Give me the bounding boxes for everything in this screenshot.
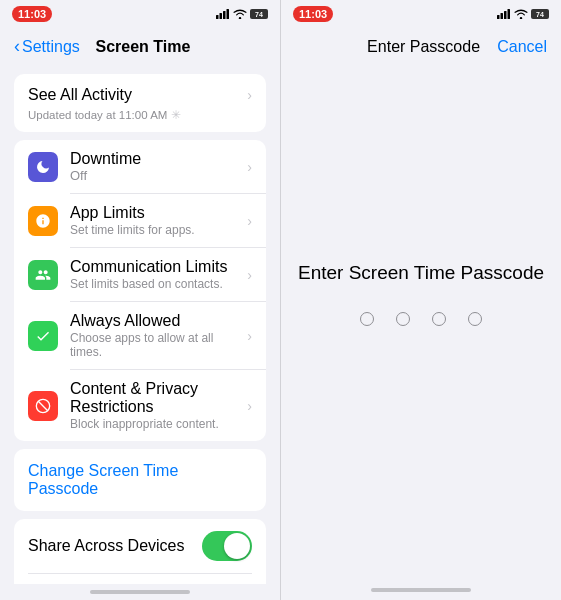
wifi-icon-right [514,9,528,19]
passcode-dot-2 [396,312,410,326]
comm-limits-label: Communication Limits [70,258,247,276]
battery-icon-left: 74 [250,9,268,19]
content-privacy-sub: Block inappropriate content. [70,417,247,431]
passcode-section: Change Screen Time Passcode [14,449,266,511]
always-allowed-icon [28,321,58,351]
passcode-body: Enter Screen Time Passcode [281,66,561,582]
downtime-right: › [247,159,252,175]
svg-rect-0 [216,15,219,19]
svg-rect-2 [223,11,226,19]
chevron-right-contentprivacy-icon: › [247,398,252,414]
signal-icon-left [216,9,230,19]
right-panel: 11:03 74 Enter Passcode Cancel Enter Scr [280,0,561,600]
page-title-right: Enter Passcode [367,38,480,56]
content-privacy-label: Content & Privacy Restrictions [70,380,247,416]
always-allowed-label: Always Allowed [70,312,247,330]
svg-rect-3 [227,9,230,19]
svg-rect-5 [497,15,500,19]
downtime-content: Downtime Off [70,150,247,183]
svg-rect-6 [501,13,504,19]
passcode-dot-3 [432,312,446,326]
see-all-activity-label: See All Activity [28,86,132,104]
cancel-button[interactable]: Cancel [497,38,547,56]
passcode-dot-4 [468,312,482,326]
share-toggle[interactable] [202,531,252,561]
toggle-knob [224,533,250,559]
chevron-right-activity-icon: › [247,87,252,103]
comm-limits-content: Communication Limits Set limits based on… [70,258,247,291]
downtime-value: Off [70,168,247,183]
chevron-right-applimits-icon: › [247,213,252,229]
app-limits-row[interactable]: App Limits Set time limits for apps. › [14,194,266,247]
chevron-right-commlimits-icon: › [247,267,252,283]
home-indicator-left [90,590,190,594]
see-all-activity-row[interactable]: See All Activity › [14,74,266,108]
comm-limits-icon [28,260,58,290]
downtime-icon [28,152,58,182]
back-button[interactable]: ‹ Settings [14,37,80,57]
app-limits-icon [28,206,58,236]
nav-bar-left: ‹ Settings Screen Time [0,26,280,66]
passcode-dots [360,312,482,326]
change-passcode-button[interactable]: Change Screen Time Passcode [14,449,266,511]
signal-icon-right [497,9,511,19]
menu-items-card: Downtime Off › App Limits Set time limit… [14,140,266,441]
comm-limits-row[interactable]: Communication Limits Set limits based on… [14,248,266,301]
app-limits-sub: Set time limits for apps. [70,223,247,237]
app-limits-label: App Limits [70,204,247,222]
always-allowed-sub: Choose apps to allow at all times. [70,331,247,359]
status-bar-right: 11:03 74 [281,0,561,26]
app-limits-content: App Limits Set time limits for apps. [70,204,247,237]
battery-icon-right: 74 [531,9,549,19]
share-label: Share Across Devices [28,537,185,555]
activity-updated-text: Updated today at 11:00 AM [28,109,167,121]
status-time-right: 11:03 [293,6,333,22]
share-description: You can enable this on any device signed… [28,582,252,584]
status-time-left: 11:03 [12,6,52,22]
status-icons-left: 74 [216,9,268,19]
svg-rect-8 [508,9,511,19]
share-section: Share Across Devices You can enable this… [14,519,266,584]
downtime-row[interactable]: Downtime Off › [14,140,266,193]
always-allowed-row[interactable]: Always Allowed Choose apps to allow at a… [14,302,266,369]
page-title-left: Screen Time [95,38,190,56]
wifi-icon-left [233,9,247,19]
always-allowed-content: Always Allowed Choose apps to allow at a… [70,312,247,359]
content-privacy-icon [28,391,58,421]
scroll-area: See All Activity › Updated today at 11:0… [0,66,280,584]
content-privacy-row[interactable]: Content & Privacy Restrictions Block ina… [14,370,266,441]
chevron-left-icon: ‹ [14,36,20,57]
share-row: Share Across Devices [28,519,252,573]
home-indicator-right [371,588,471,592]
see-all-activity-card: See All Activity › Updated today at 11:0… [14,74,266,132]
passcode-dot-1 [360,312,374,326]
comm-limits-sub: Set limits based on contacts. [70,277,247,291]
downtime-label: Downtime [70,150,247,168]
left-panel: 11:03 74 ‹ Settings Screen Time [0,0,280,600]
svg-rect-1 [220,13,223,19]
activity-subtitle: Updated today at 11:00 AM ✳ [14,108,266,132]
share-divider [28,573,252,574]
chevron-right-downtime-icon: › [247,159,252,175]
passcode-prompt: Enter Screen Time Passcode [298,262,544,284]
status-bar-left: 11:03 74 [0,0,280,26]
chevron-right-alwaysallowed-icon: › [247,328,252,344]
svg-rect-7 [504,11,507,19]
status-icons-right: 74 [497,9,549,19]
back-label: Settings [22,38,80,56]
nav-bar-right: Enter Passcode Cancel [281,26,561,66]
content-privacy-content: Content & Privacy Restrictions Block ina… [70,380,247,431]
spinner-icon: ✳ [171,108,181,122]
